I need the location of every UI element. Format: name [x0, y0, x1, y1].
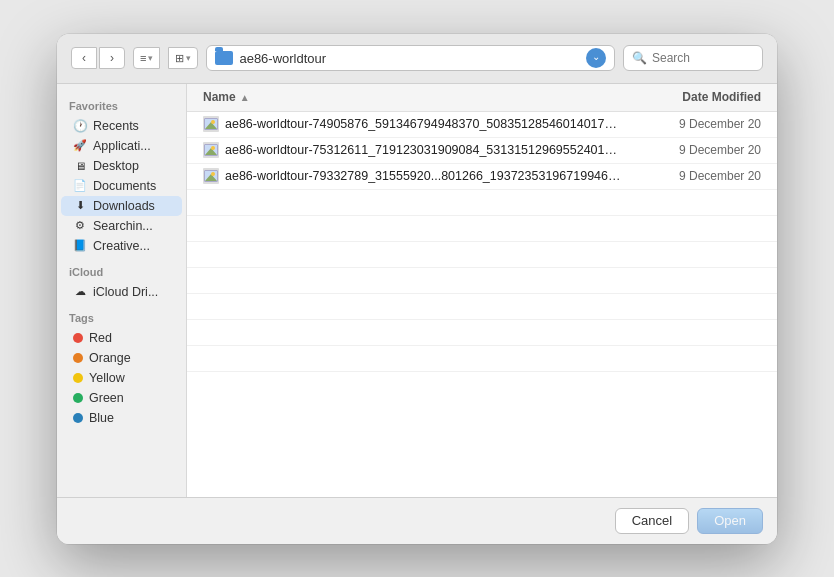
- location-chevron[interactable]: [586, 48, 606, 68]
- sidebar-item-applications[interactable]: 🚀 Applicati...: [61, 136, 182, 156]
- blue-dot: [73, 413, 83, 423]
- file-name: ae86-worldtour-75312611_719123031909084_…: [225, 143, 621, 157]
- file-date: 9 December 20: [621, 143, 761, 157]
- file-header: Name ▲ Date Modified: [187, 84, 777, 112]
- empty-row: [187, 268, 777, 294]
- empty-row: [187, 320, 777, 346]
- table-row[interactable]: ae86-worldtour-74905876_591346794948370_…: [187, 112, 777, 138]
- empty-row: [187, 190, 777, 216]
- empty-row: [187, 294, 777, 320]
- sidebar-item-label: Desktop: [93, 159, 139, 173]
- bottom-bar: Cancel Open: [57, 497, 777, 544]
- file-date: 9 December 20: [621, 117, 761, 131]
- sidebar-item-tag-orange[interactable]: Orange: [61, 348, 182, 368]
- tag-label: Blue: [89, 411, 114, 425]
- sun-icon: [211, 120, 215, 124]
- list-view-chevron: ▾: [148, 53, 153, 63]
- file-list: ae86-worldtour-74905876_591346794948370_…: [187, 112, 777, 497]
- sidebar-item-tag-yellow[interactable]: Yellow: [61, 368, 182, 388]
- red-dot: [73, 333, 83, 343]
- sidebar: Favorites 🕐 Recents 🚀 Applicati... 🖥 Des…: [57, 84, 187, 497]
- search-box[interactable]: 🔍: [623, 45, 763, 71]
- tag-label: Yellow: [89, 371, 125, 385]
- grid-view-button[interactable]: ⊞ ▾: [168, 47, 198, 69]
- sort-arrow-icon: ▲: [240, 92, 250, 103]
- file-dialog: ‹ › ≡ ▾ ⊞ ▾ ae86-worldtour 🔍 Favorites 🕐: [57, 34, 777, 544]
- search-input[interactable]: [652, 51, 754, 65]
- list-view-icon: ≡: [140, 52, 146, 64]
- sidebar-item-creative[interactable]: 📘 Creative...: [61, 236, 182, 256]
- file-date: 9 December 20: [621, 169, 761, 183]
- downloads-icon: ⬇: [73, 199, 87, 213]
- file-thumbnail: [203, 116, 219, 132]
- sidebar-item-icloud-drive[interactable]: ☁ iCloud Dri...: [61, 282, 182, 302]
- empty-row: [187, 242, 777, 268]
- file-name: ae86-worldtour-74905876_591346794948370_…: [225, 117, 621, 131]
- sidebar-item-label: iCloud Dri...: [93, 285, 158, 299]
- sidebar-item-label: Applicati...: [93, 139, 151, 153]
- name-column-label: Name: [203, 90, 236, 104]
- main-area: Favorites 🕐 Recents 🚀 Applicati... 🖥 Des…: [57, 84, 777, 497]
- icloud-label: iCloud: [57, 266, 186, 282]
- empty-row: [187, 216, 777, 242]
- empty-row: [187, 346, 777, 372]
- tag-label: Green: [89, 391, 124, 405]
- orange-dot: [73, 353, 83, 363]
- file-name: ae86-worldtour-79332789_31555920...80126…: [225, 169, 621, 183]
- green-dot: [73, 393, 83, 403]
- sun-icon: [211, 146, 215, 150]
- sidebar-item-tag-blue[interactable]: Blue: [61, 408, 182, 428]
- file-thumbnail: [203, 168, 219, 184]
- search-icon: 🔍: [632, 51, 647, 65]
- sidebar-item-label: Searchin...: [93, 219, 153, 233]
- grid-view-chevron: ▾: [186, 53, 191, 63]
- documents-icon: 📄: [73, 179, 87, 193]
- tag-label: Orange: [89, 351, 131, 365]
- location-bar[interactable]: ae86-worldtour: [206, 45, 615, 71]
- sidebar-item-downloads[interactable]: ⬇ Downloads: [61, 196, 182, 216]
- forward-button[interactable]: ›: [99, 47, 125, 69]
- tag-label: Red: [89, 331, 112, 345]
- back-button[interactable]: ‹: [71, 47, 97, 69]
- list-view-button[interactable]: ≡ ▾: [133, 47, 160, 69]
- toolbar: ‹ › ≡ ▾ ⊞ ▾ ae86-worldtour 🔍: [57, 34, 777, 84]
- sidebar-item-label: Creative...: [93, 239, 150, 253]
- table-row[interactable]: ae86-worldtour-79332789_31555920...80126…: [187, 164, 777, 190]
- searching-icon: ⚙: [73, 219, 87, 233]
- icloud-icon: ☁: [73, 285, 87, 299]
- name-column-header: Name ▲: [203, 90, 621, 104]
- image-icon: [204, 144, 218, 156]
- sidebar-item-tag-green[interactable]: Green: [61, 388, 182, 408]
- folder-icon: [215, 51, 233, 65]
- desktop-icon: 🖥: [73, 159, 87, 173]
- sidebar-item-searching[interactable]: ⚙ Searchin...: [61, 216, 182, 236]
- sidebar-item-tag-red[interactable]: Red: [61, 328, 182, 348]
- creative-icon: 📘: [73, 239, 87, 253]
- location-text: ae86-worldtour: [239, 51, 580, 66]
- table-row[interactable]: ae86-worldtour-75312611_719123031909084_…: [187, 138, 777, 164]
- sun-icon: [211, 172, 215, 176]
- cancel-button[interactable]: Cancel: [615, 508, 689, 534]
- nav-buttons: ‹ ›: [71, 47, 125, 69]
- file-area: Name ▲ Date Modified ae86-worldtour-7490…: [187, 84, 777, 497]
- sidebar-item-label: Downloads: [93, 199, 155, 213]
- open-button[interactable]: Open: [697, 508, 763, 534]
- image-icon: [204, 170, 218, 182]
- sidebar-item-desktop[interactable]: 🖥 Desktop: [61, 156, 182, 176]
- favorites-label: Favorites: [57, 100, 186, 116]
- applications-icon: 🚀: [73, 139, 87, 153]
- yellow-dot: [73, 373, 83, 383]
- sidebar-item-documents[interactable]: 📄 Documents: [61, 176, 182, 196]
- file-thumbnail: [203, 142, 219, 158]
- image-icon: [204, 118, 218, 130]
- sidebar-item-label: Documents: [93, 179, 156, 193]
- sidebar-item-recents[interactable]: 🕐 Recents: [61, 116, 182, 136]
- sidebar-item-label: Recents: [93, 119, 139, 133]
- grid-view-icon: ⊞: [175, 52, 184, 65]
- tags-label: Tags: [57, 312, 186, 328]
- recents-icon: 🕐: [73, 119, 87, 133]
- date-column-header: Date Modified: [621, 90, 761, 104]
